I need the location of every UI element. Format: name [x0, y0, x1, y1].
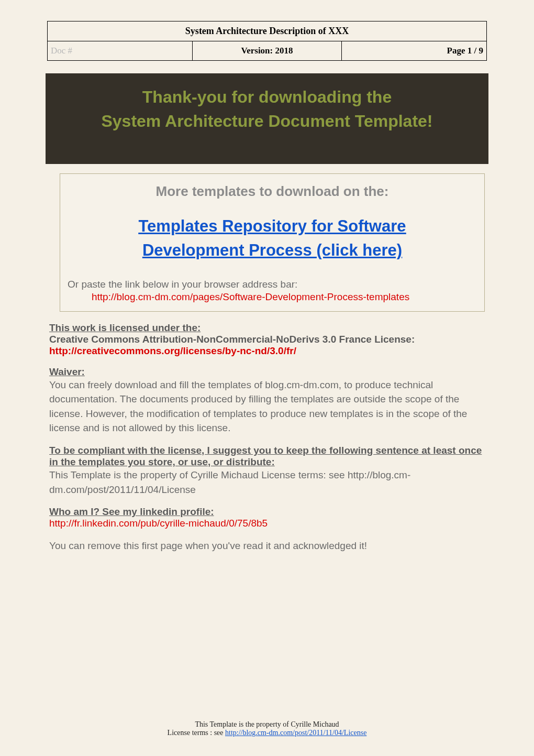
remove-note-section: You can remove this first page when you'… [49, 539, 485, 553]
license-url[interactable]: http://creativecommons.org/licenses/by-n… [49, 345, 485, 357]
compliance-section: To be compliant with the license, I sugg… [49, 445, 485, 497]
banner-line-1: Thank-you for downloading the [53, 85, 481, 109]
header-version: Version: 2018 [192, 41, 341, 61]
document-page: System Architecture Description of XXX D… [0, 0, 534, 574]
repository-link[interactable]: Templates Repository for Software Develo… [68, 214, 477, 263]
waiver-section: Waiver: You can freely download and fill… [49, 366, 485, 435]
license-heading: This work is licensed under the: [49, 322, 485, 334]
paste-url[interactable]: http://blog.cm-dm.com/pages/Software-Dev… [68, 291, 477, 303]
linkedin-url[interactable]: http://fr.linkedin.com/pub/cyrille-micha… [49, 518, 485, 529]
license-name: Creative Commons Attribution-NonCommerci… [49, 334, 485, 345]
footer-license-link[interactable]: http://blog.cm-dm.com/post/2011/11/04/Li… [225, 729, 366, 737]
waiver-heading: Waiver: [49, 366, 485, 378]
more-templates-heading: More templates to download on the: [68, 183, 477, 200]
whoami-section: Who am I? See my linkedin profile: http:… [49, 506, 485, 529]
header-doc-number: Doc # [48, 41, 193, 61]
license-section: This work is licensed under the: Creativ… [49, 322, 485, 357]
page-header-table: System Architecture Description of XXX D… [47, 21, 487, 61]
page-footer: This Template is the property of Cyrille… [47, 720, 487, 737]
remove-note: You can remove this first page when you'… [49, 539, 485, 553]
paste-instruction: Or paste the link below in your browser … [68, 279, 477, 290]
header-title: System Architecture Description of XXX [48, 21, 487, 41]
footer-license-prefix: License terms : see [168, 729, 225, 737]
whoami-heading: Who am I? See my linkedin profile: [49, 506, 485, 518]
footer-license-line: License terms : see http://blog.cm-dm.co… [47, 729, 487, 737]
compliance-text: This Template is the property of Cyrille… [49, 468, 485, 497]
compliance-heading: To be compliant with the license, I sugg… [49, 445, 485, 468]
templates-box: More templates to download on the: Templ… [60, 173, 485, 312]
repository-link-line-1[interactable]: Templates Repository for Software [138, 217, 406, 235]
thankyou-banner: Thank-you for downloading the System Arc… [46, 73, 488, 164]
repository-link-line-2[interactable]: Development Process (click here) [142, 241, 402, 259]
waiver-text: You can freely download and fill the tem… [49, 378, 485, 435]
footer-owner: This Template is the property of Cyrille… [47, 720, 487, 729]
banner-line-2: System Architecture Document Template! [53, 109, 481, 133]
header-page-number: Page 1 / 9 [342, 41, 487, 61]
